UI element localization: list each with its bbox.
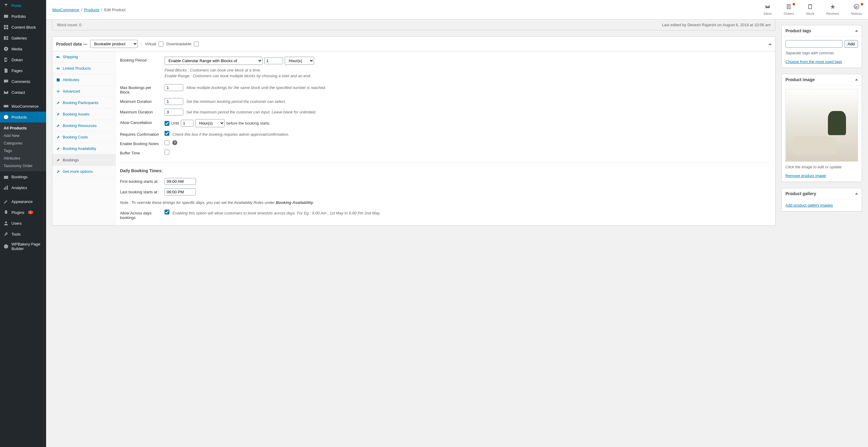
label: Contact — [11, 90, 25, 95]
sidebar-item-bookings[interactable]: Bookings — [0, 171, 46, 182]
svg-rect-3 — [4, 27, 6, 29]
allow-cancel-label: Allow Cancellation — [120, 119, 161, 125]
reviews-button[interactable]: Reviews — [827, 4, 839, 16]
panel-toggle[interactable] — [855, 193, 858, 195]
last-edited: Last edited by Devesh Rajarshi on August… — [662, 23, 771, 27]
breadcrumb-products[interactable]: Products — [84, 7, 99, 12]
submenu-taxonomy-order[interactable]: Taxonomy Order — [0, 162, 46, 170]
notices-button[interactable]: Notices — [851, 4, 862, 16]
tab-attributes[interactable]: Attributes — [53, 74, 116, 86]
submenu-all-products[interactable]: All Products — [0, 124, 46, 132]
product-image[interactable] — [785, 89, 858, 162]
user-icon — [3, 220, 9, 226]
breadcrumb-woocommerce[interactable]: WooCommerce — [52, 7, 79, 12]
dokan-icon — [3, 57, 9, 63]
help-icon[interactable]: ? — [173, 140, 177, 145]
enable-notes-checkbox[interactable] — [164, 140, 169, 145]
panel-toggle[interactable] — [855, 79, 858, 81]
sidebar-item-plugins[interactable]: Plugins1 — [0, 207, 46, 218]
tag-input[interactable] — [785, 40, 842, 48]
tab-advanced[interactable]: Advanced — [53, 86, 116, 97]
sidebar-item-galleries[interactable]: Galleries — [0, 33, 46, 43]
submenu-attributes[interactable]: Attributes — [0, 154, 46, 162]
stock-button[interactable]: Stock — [806, 4, 814, 16]
tab-linked[interactable]: Linked Products — [53, 63, 116, 74]
virtual-checkbox[interactable] — [158, 41, 163, 47]
product-type-select[interactable]: Bookable product — [90, 40, 138, 48]
svg-rect-7 — [6, 38, 8, 40]
mail-icon — [3, 89, 9, 95]
tab-participants[interactable]: Booking Participants — [53, 97, 116, 109]
sidebar-item-comments[interactable]: Comments — [0, 76, 46, 87]
tab-shipping[interactable]: Shipping — [53, 51, 116, 63]
svg-rect-4 — [6, 27, 8, 29]
tab-bookings[interactable]: Bookings — [53, 154, 116, 166]
last-booking-input[interactable] — [164, 188, 196, 196]
add-gallery-link[interactable]: Add product gallery images — [785, 203, 833, 208]
svg-rect-6 — [6, 36, 8, 38]
sidebar-item-portfolio[interactable]: Portfolio — [0, 11, 46, 22]
tab-assets[interactable]: Booking Assets — [53, 109, 116, 120]
inbox-icon — [764, 4, 772, 10]
calendar-icon — [3, 174, 9, 180]
svg-rect-2 — [6, 25, 8, 27]
orders-button[interactable]: Orders — [784, 4, 794, 16]
blocks-input[interactable] — [264, 57, 283, 64]
label: Comments — [11, 79, 30, 84]
buffer-time-checkbox[interactable] — [164, 150, 169, 154]
inbox-button[interactable]: Inbox — [764, 4, 772, 16]
downloadable-checkbox[interactable] — [194, 41, 198, 47]
tab-costs[interactable]: Booking Costs — [53, 131, 116, 143]
sidebar-item-products[interactable]: Products — [0, 112, 46, 122]
across-days-checkbox[interactable] — [164, 210, 169, 214]
tab-availability[interactable]: Booking Availability — [53, 143, 116, 154]
label: Dokan — [11, 58, 23, 62]
sidebar-item-analytics[interactable]: Analytics — [0, 182, 46, 193]
sidebar-item-contentblock[interactable]: Content Block — [0, 22, 46, 33]
tab-resources[interactable]: Booking Resources — [53, 120, 116, 131]
svg-rect-10 — [4, 105, 8, 108]
unit-select[interactable]: Hour(s) — [285, 57, 314, 65]
stock-icon — [806, 4, 814, 10]
sidebar-item-dokan[interactable]: Dokan — [0, 54, 46, 65]
add-tag-button[interactable]: Add — [844, 40, 858, 48]
tab-getmore[interactable]: Get more options — [53, 166, 116, 177]
remove-image-link[interactable]: Remove product image — [785, 173, 826, 178]
min-duration-input[interactable] — [164, 98, 183, 105]
sidebar-item-users[interactable]: Users — [0, 218, 46, 229]
booking-period-label: Booking Period — [120, 57, 161, 62]
panel-title: Product tags — [785, 28, 855, 33]
sidebar-item-media[interactable]: Media — [0, 43, 46, 54]
cancel-value-input[interactable] — [181, 120, 193, 127]
max-duration-input[interactable] — [164, 109, 183, 116]
booking-period-select[interactable]: Enable Calendar Range with Blocks of — [164, 57, 262, 65]
panel-title: Product data — — [56, 41, 87, 47]
sidebar-item-woocommerce[interactable]: WooCommerce — [0, 101, 46, 112]
max-bookings-input[interactable] — [164, 84, 183, 91]
submenu-tags[interactable]: Tags — [0, 147, 46, 154]
panel-toggle[interactable] — [855, 30, 858, 32]
requires-confirm-checkbox[interactable] — [164, 131, 169, 136]
label: WPBakery Page Builder — [11, 242, 43, 251]
choose-tags-link[interactable]: Choose from the most used tags — [785, 59, 842, 64]
sidebar-item-posts[interactable]: Posts — [0, 0, 46, 11]
brush-icon — [3, 199, 9, 205]
label: Products — [11, 115, 27, 119]
sidebar-item-appearance[interactable]: Appearance — [0, 196, 46, 207]
orders-icon — [784, 4, 794, 10]
label: Pages — [11, 68, 23, 73]
panel-toggle[interactable] — [769, 43, 772, 45]
submenu-categories[interactable]: Categories — [0, 139, 46, 147]
label: Users — [11, 221, 22, 226]
sidebar-item-tools[interactable]: Tools — [0, 229, 46, 239]
sidebar-item-contact[interactable]: Contact — [0, 87, 46, 98]
allow-cancel-checkbox[interactable] — [164, 121, 169, 126]
sidebar-item-wpbakery[interactable]: WPBakery Page Builder — [0, 239, 46, 254]
product-data-tabs: Shipping Linked Products Attributes Adva… — [53, 51, 116, 225]
sidebar-item-pages[interactable]: Pages — [0, 65, 46, 76]
portfolio-icon — [3, 13, 9, 19]
first-booking-input[interactable] — [164, 178, 196, 185]
cancel-unit-select[interactable]: Hour(s) — [195, 119, 224, 127]
submenu-add-new[interactable]: Add New — [0, 132, 46, 139]
svg-rect-15 — [7, 185, 8, 190]
